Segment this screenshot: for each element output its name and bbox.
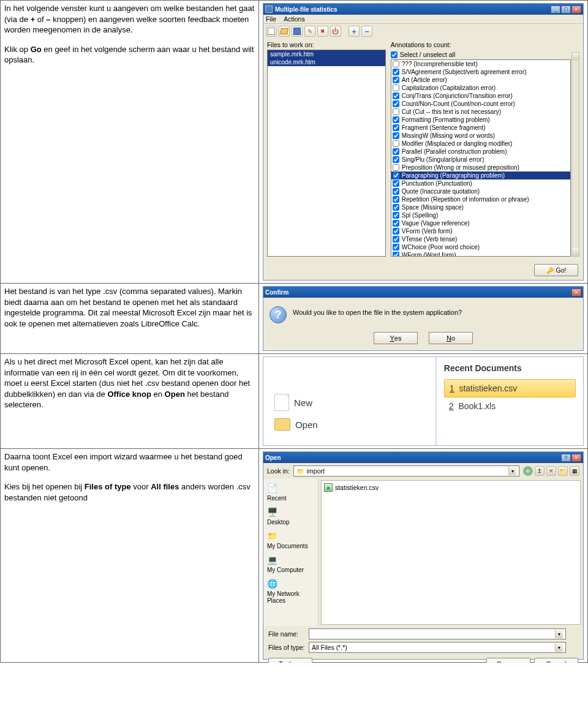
annotation-checkbox[interactable] — [393, 108, 399, 115]
add-file-icon[interactable] — [349, 26, 360, 37]
scrollbar[interactable] — [571, 52, 579, 257]
new-icon[interactable] — [266, 26, 277, 37]
go-button[interactable]: Go! — [534, 264, 578, 276]
close-button[interactable]: × — [571, 454, 581, 462]
annotation-item[interactable]: Sing/Plu (Singular/plural error) — [391, 156, 570, 164]
power-icon[interactable] — [330, 26, 341, 37]
annotation-item[interactable]: Paragraphing (Paragraphing problem) — [391, 171, 570, 179]
annotation-checkbox[interactable] — [393, 188, 399, 195]
filetype-combo[interactable]: All Files (*.*)▾ — [309, 642, 566, 653]
annotation-item[interactable]: Capitalization (Capitalization error) — [391, 84, 570, 92]
annotation-item[interactable]: Art (Article error) — [391, 76, 570, 84]
annotation-item[interactable]: Spl (Spelling) — [391, 211, 570, 219]
annotation-item[interactable]: Repetition (Repetition of information or… — [391, 195, 570, 203]
office-menu-new[interactable]: New — [270, 390, 392, 415]
annotation-item[interactable]: Conj/Trans (Conjunction/Transition error… — [391, 92, 570, 100]
annotations-checklist[interactable]: ??? (Incomprehensible text)S/VAgreement … — [391, 59, 571, 257]
annotation-item[interactable]: MissingW (Missing word or words) — [391, 132, 570, 140]
annotation-checkbox[interactable] — [393, 228, 399, 235]
views-icon[interactable] — [570, 466, 579, 476]
open-button[interactable]: Open ▾ — [486, 658, 530, 663]
annotation-item[interactable]: Punctuation (Punctuation) — [391, 179, 570, 187]
annotation-checkbox[interactable] — [393, 220, 399, 227]
annotation-item[interactable]: Count/Non-Count (Count/non-count error) — [391, 100, 570, 108]
filename-input[interactable]: ▾ — [309, 628, 566, 639]
annotation-checkbox[interactable] — [393, 100, 399, 107]
annotation-checkbox[interactable] — [393, 244, 399, 251]
annotation-checkbox[interactable] — [393, 116, 399, 123]
recent-item-2[interactable]: 2 Book1.xls — [444, 398, 576, 415]
annotation-checkbox[interactable] — [393, 204, 399, 211]
annotation-checkbox[interactable] — [393, 61, 399, 67]
annotation-checkbox[interactable] — [393, 77, 399, 83]
place-recent[interactable]: 📄Recent — [265, 481, 317, 503]
annotation-checkbox[interactable] — [393, 180, 399, 187]
file-item[interactable]: unicode.mrk.htm — [268, 58, 385, 66]
maximize-button[interactable]: □ — [561, 6, 571, 13]
annotation-checkbox[interactable] — [393, 85, 399, 91]
office-menu-open[interactable]: Open — [270, 415, 392, 434]
tools-button[interactable]: Tools ▾ — [268, 658, 312, 663]
save-icon[interactable] — [292, 26, 303, 37]
minimize-button[interactable]: _ — [551, 6, 560, 13]
annotation-item[interactable]: Preposition (Wrong or misused prepositio… — [391, 164, 570, 171]
open-icon[interactable] — [279, 26, 290, 37]
place-mynetwork[interactable]: 🌐My Network Places — [265, 577, 317, 605]
files-listbox[interactable]: sample.mrk.htm unicode.mrk.htm — [267, 50, 386, 257]
annotation-item[interactable]: Fragment (Sentence fragment) — [391, 124, 570, 132]
recent-item-1[interactable]: 1 statistieken.csv — [444, 379, 576, 398]
look-in-combo[interactable]: 📁 import ▾ — [293, 465, 519, 477]
annotation-checkbox[interactable] — [393, 172, 399, 179]
annotation-item[interactable]: VTense (Verb tense) — [391, 235, 570, 243]
annotation-checkbox[interactable] — [393, 132, 399, 139]
annotation-checkbox[interactable] — [393, 92, 399, 99]
annotation-checkbox[interactable] — [393, 252, 399, 257]
annotation-item[interactable]: S/VAgreement (Subject/verb agreement err… — [391, 68, 570, 76]
up-icon[interactable] — [535, 466, 545, 476]
help-button[interactable]: ? — [561, 454, 571, 462]
file-item[interactable]: a statistieken.csv — [324, 483, 578, 492]
annotation-checkbox[interactable] — [393, 236, 399, 243]
annotation-item[interactable]: Vague (Vague reference) — [391, 219, 570, 227]
annotation-checkbox[interactable] — [393, 164, 399, 171]
file-list[interactable]: a statistieken.csv — [321, 480, 581, 625]
cancel-button[interactable]: Cancel — [534, 658, 578, 663]
annotation-checkbox[interactable] — [393, 124, 399, 131]
close-button[interactable]: × — [571, 6, 581, 13]
annotation-item[interactable]: ??? (Incomprehensible text) — [391, 60, 570, 68]
annotation-label: Cut (Cut -- this text is not necessary) — [402, 108, 501, 116]
annotation-item[interactable]: Cut (Cut -- this text is not necessary) — [391, 108, 570, 116]
place-desktop[interactable]: 🖥️Desktop — [265, 505, 317, 527]
annotation-item[interactable]: Modifier (Misplaced or dangling modifier… — [391, 140, 570, 148]
menu-actions[interactable]: Actions — [284, 15, 304, 23]
back-icon[interactable] — [523, 466, 533, 476]
annotation-checkbox[interactable] — [393, 148, 399, 155]
place-mycomputer[interactable]: 💻My Computer — [265, 553, 317, 575]
annotation-item[interactable]: Space (Missing space) — [391, 203, 570, 211]
annotation-item[interactable]: Quote (Inaccurate quotation) — [391, 187, 570, 195]
annotation-checkbox[interactable] — [393, 156, 399, 163]
annotation-checkbox[interactable] — [393, 212, 399, 219]
annotation-checkbox[interactable] — [393, 140, 399, 147]
annotation-item[interactable]: Formatting (Formatting problem) — [391, 116, 570, 124]
annotation-checkbox[interactable] — [393, 196, 399, 203]
annotation-item[interactable]: Parallel (Parallel construction problem) — [391, 148, 570, 156]
annotation-item[interactable]: VForm (Verb form) — [391, 227, 570, 235]
yes-button[interactable]: Yes — [374, 332, 418, 344]
place-mydocuments[interactable]: 📁My Documents — [265, 529, 317, 551]
select-all-checkbox[interactable] — [391, 51, 398, 58]
dropdown-icon[interactable]: ▾ — [508, 467, 516, 475]
menu-file[interactable]: File — [266, 15, 276, 23]
delete-icon[interactable] — [317, 26, 328, 37]
open-dialog-title: Open — [265, 454, 561, 461]
new-folder-icon[interactable] — [558, 466, 568, 476]
annotation-item[interactable]: WForm (Word form) — [391, 251, 570, 257]
close-button[interactable]: × — [571, 288, 581, 296]
remove-file-icon[interactable] — [361, 26, 372, 37]
annotation-checkbox[interactable] — [393, 69, 399, 75]
file-item[interactable]: sample.mrk.htm — [268, 50, 385, 58]
no-button[interactable]: No — [429, 332, 473, 344]
delete-icon[interactable] — [546, 466, 556, 476]
edit-icon[interactable] — [304, 26, 315, 37]
annotation-item[interactable]: WChoice (Poor word choice) — [391, 243, 570, 251]
